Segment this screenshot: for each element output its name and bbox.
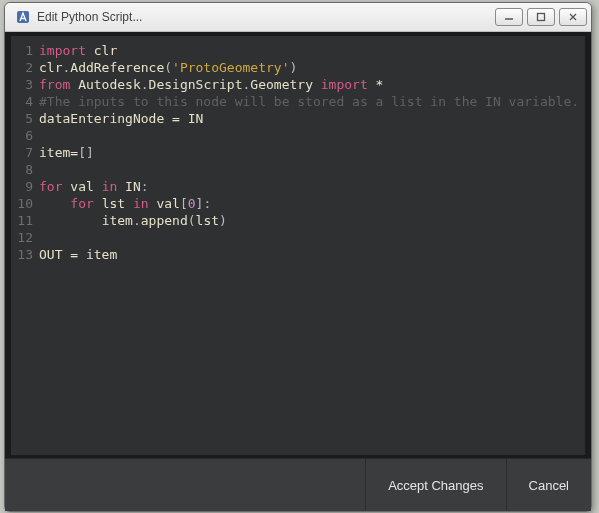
code-line[interactable]: 4#The inputs to this node will be stored… bbox=[11, 93, 585, 110]
maximize-button[interactable] bbox=[527, 8, 555, 26]
code-line[interactable]: 2clr.AddReference('ProtoGeometry') bbox=[11, 59, 585, 76]
app-icon bbox=[15, 9, 31, 25]
code-content[interactable]: OUT = item bbox=[39, 246, 585, 263]
code-content[interactable]: import clr bbox=[39, 42, 585, 59]
code-line[interactable]: 8 bbox=[11, 161, 585, 178]
line-number: 3 bbox=[11, 76, 39, 93]
line-number: 12 bbox=[11, 229, 39, 246]
code-content[interactable]: from Autodesk.DesignScript.Geometry impo… bbox=[39, 76, 585, 93]
code-line[interactable]: 1import clr bbox=[11, 42, 585, 59]
dialog-buttons: Accept Changes Cancel bbox=[5, 458, 591, 511]
code-content[interactable]: item=[] bbox=[39, 144, 585, 161]
code-line[interactable]: 11 item.append(lst) bbox=[11, 212, 585, 229]
code-content[interactable] bbox=[39, 229, 585, 246]
code-line[interactable]: 7item=[] bbox=[11, 144, 585, 161]
line-number: 8 bbox=[11, 161, 39, 178]
line-number: 9 bbox=[11, 178, 39, 195]
code-content[interactable] bbox=[39, 161, 585, 178]
script-editor-window: Edit Python Script... 1import clr2clr.Ad… bbox=[4, 2, 592, 512]
minimize-button[interactable] bbox=[495, 8, 523, 26]
line-number: 5 bbox=[11, 110, 39, 127]
code-content[interactable] bbox=[39, 127, 585, 144]
code-line[interactable]: 5dataEnteringNode = IN bbox=[11, 110, 585, 127]
code-line[interactable]: 6 bbox=[11, 127, 585, 144]
code-line[interactable]: 12 bbox=[11, 229, 585, 246]
window-title: Edit Python Script... bbox=[37, 10, 142, 24]
code-editor[interactable]: 1import clr2clr.AddReference('ProtoGeome… bbox=[5, 32, 591, 459]
line-number: 4 bbox=[11, 93, 39, 110]
code-line[interactable]: 9for val in IN: bbox=[11, 178, 585, 195]
code-content[interactable]: clr.AddReference('ProtoGeometry') bbox=[39, 59, 585, 76]
code-content[interactable]: #The inputs to this node will be stored … bbox=[39, 93, 585, 110]
code-line[interactable]: 13OUT = item bbox=[11, 246, 585, 263]
code-content[interactable]: for val in IN: bbox=[39, 178, 585, 195]
code-content[interactable]: for lst in val[0]: bbox=[39, 195, 585, 212]
line-number: 10 bbox=[11, 195, 39, 212]
close-button[interactable] bbox=[559, 8, 587, 26]
line-number: 2 bbox=[11, 59, 39, 76]
line-number: 13 bbox=[11, 246, 39, 263]
svg-rect-2 bbox=[538, 14, 545, 21]
titlebar: Edit Python Script... bbox=[5, 3, 591, 32]
code-line[interactable]: 3from Autodesk.DesignScript.Geometry imp… bbox=[11, 76, 585, 93]
code-content[interactable]: dataEnteringNode = IN bbox=[39, 110, 585, 127]
line-number: 6 bbox=[11, 127, 39, 144]
code-content[interactable]: item.append(lst) bbox=[39, 212, 585, 229]
line-number: 1 bbox=[11, 42, 39, 59]
accept-button[interactable]: Accept Changes bbox=[365, 459, 505, 511]
line-number: 7 bbox=[11, 144, 39, 161]
line-number: 11 bbox=[11, 212, 39, 229]
cancel-button[interactable]: Cancel bbox=[506, 459, 591, 511]
code-line[interactable]: 10 for lst in val[0]: bbox=[11, 195, 585, 212]
